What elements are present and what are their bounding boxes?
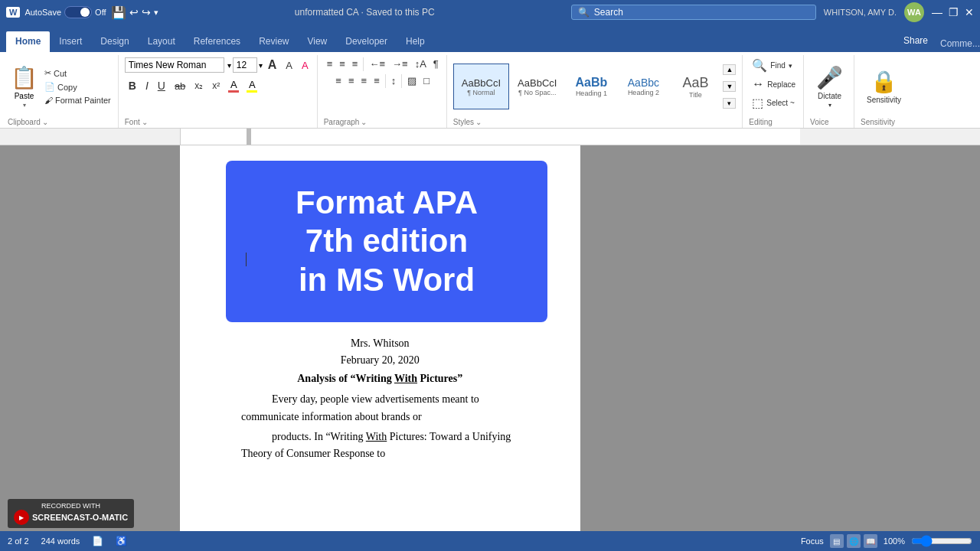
search-box[interactable]: 🔍 Search <box>571 5 816 20</box>
view-read-button[interactable]: 📖 <box>864 534 877 548</box>
numbered-button[interactable]: ≡ <box>336 57 348 71</box>
align-center-button[interactable]: ≡ <box>345 73 358 88</box>
style-heading2-preview: AaBbc <box>628 77 659 89</box>
font-shrink-button[interactable]: A <box>282 58 296 73</box>
tab-review[interactable]: Review <box>250 31 298 52</box>
autosave-toggle[interactable] <box>64 6 92 18</box>
style-heading1[interactable]: AaBb Heading 1 <box>565 64 617 109</box>
font-expand-icon: ⌄ <box>142 118 148 126</box>
tab-view[interactable]: View <box>298 31 336 52</box>
tab-developer[interactable]: Developer <box>336 31 397 52</box>
format-painter-button[interactable]: 🖌 Format Painter <box>42 94 113 106</box>
underline-button[interactable]: U <box>154 78 169 93</box>
tab-home[interactable]: Home <box>6 31 50 52</box>
justify-button[interactable]: ≡ <box>371 73 383 88</box>
styles-scroll-down[interactable]: ▼ <box>723 81 736 92</box>
tab-layout[interactable]: Layout <box>139 31 185 52</box>
comments-button[interactable]: Comme... <box>940 38 980 49</box>
font-size-group: ▾ A A A <box>233 57 312 73</box>
document-area[interactable]: Format APA7th editionin MS Word Mrs. Whi… <box>180 145 580 531</box>
voice-group-label[interactable]: Voice <box>810 118 849 128</box>
bold-button[interactable]: B <box>125 78 140 93</box>
ribbon-group-font: ▾ ▾ A A A B I U ab x₂ x² A <box>120 55 318 128</box>
dictate-button[interactable]: 🎤 Dictate ▾ <box>810 62 849 112</box>
styles-scroll-up[interactable]: ▲ <box>723 64 736 75</box>
undo-redo-group: 💾 ↩ ↪ ▾ <box>111 5 158 20</box>
shading-button[interactable]: ▨ <box>404 73 420 88</box>
file-name: unformatted CA · Saved to this PC <box>295 7 435 18</box>
paragraph-group-label[interactable]: Paragraph ⌄ <box>324 118 442 128</box>
clear-format-button[interactable]: A <box>298 58 312 73</box>
tab-references[interactable]: References <box>185 31 250 52</box>
tab-design[interactable]: Design <box>91 31 138 52</box>
text-color-button[interactable]: A <box>225 77 242 94</box>
style-no-space[interactable]: AaBbCcI ¶ No Spac... <box>509 64 565 109</box>
font-grow-button[interactable]: A <box>264 57 281 73</box>
font-name-arrow[interactable]: ▾ <box>227 61 231 70</box>
undo-button[interactable]: ↩ <box>129 6 139 18</box>
sort-button[interactable]: ↕A <box>412 57 430 71</box>
bullets-button[interactable]: ≡ <box>324 57 336 71</box>
copy-button[interactable]: 📄 Copy <box>42 80 113 93</box>
watermark-line2: SCREENCAST-O-MATIC <box>32 513 128 522</box>
cut-label: Cut <box>54 69 67 78</box>
close-button[interactable]: ✕ <box>965 6 974 18</box>
clipboard-group-label[interactable]: Clipboard ⌄ <box>8 118 113 128</box>
italic-button[interactable]: I <box>142 78 152 93</box>
view-print-button[interactable]: ▤ <box>830 534 844 548</box>
borders-button[interactable]: □ <box>420 73 433 88</box>
style-title[interactable]: AaB Title <box>669 64 721 109</box>
decrease-indent-button[interactable]: ←≡ <box>366 57 388 71</box>
font-group-label[interactable]: Font ⌄ <box>125 118 312 128</box>
font-name-input[interactable] <box>125 57 224 73</box>
align-left-button[interactable]: ≡ <box>332 73 345 88</box>
styles-more[interactable]: ▾ <box>723 98 736 109</box>
superscript-button[interactable]: x² <box>208 79 224 93</box>
find-button[interactable]: 🔍 Find ▾ <box>749 57 795 74</box>
ruler-indent-marker[interactable] <box>247 129 251 145</box>
zoom-slider[interactable] <box>911 535 972 547</box>
styles-content: AaBbCcI ¶ Normal AaBbCcI ¶ No Spac... Aa… <box>453 55 738 118</box>
tab-insert[interactable]: Insert <box>50 31 91 52</box>
zoom-level[interactable]: 100% <box>884 536 905 546</box>
paste-button[interactable]: 📋 Paste ▾ <box>8 64 41 110</box>
styles-group-label[interactable]: Styles ⌄ <box>453 118 738 128</box>
user-avatar[interactable]: WA <box>904 2 924 22</box>
restore-button[interactable]: ❐ <box>949 6 959 18</box>
customize-button[interactable]: ▾ <box>154 8 158 18</box>
save-button[interactable]: 💾 <box>111 5 126 20</box>
select-button[interactable]: ⬚ Select ~ <box>749 94 797 112</box>
redo-button[interactable]: ↪ <box>142 6 151 18</box>
view-web-button[interactable]: 🌐 <box>847 534 861 548</box>
tab-help[interactable]: Help <box>397 31 434 52</box>
sensitivity-group-label[interactable]: Sensitivity <box>861 118 907 128</box>
multilevel-button[interactable]: ≡ <box>349 57 361 71</box>
minimize-button[interactable]: — <box>932 6 942 18</box>
align-right-button[interactable]: ≡ <box>358 73 371 88</box>
editing-group-label[interactable]: Editing <box>749 118 799 128</box>
style-heading2[interactable]: AaBbc Heading 2 <box>617 64 669 109</box>
focus-label[interactable]: Focus <box>801 536 824 546</box>
ruler-content[interactable] <box>180 129 800 145</box>
style-normal[interactable]: AaBbCcI ¶ Normal <box>453 64 509 109</box>
title-block-wrapper: Format APA7th editionin MS Word <box>180 145 580 337</box>
right-margin <box>580 145 981 531</box>
paste-icon: 📋 <box>11 65 38 90</box>
replace-button[interactable]: ↔ Replace <box>749 76 799 93</box>
share-button[interactable]: Share <box>896 32 936 49</box>
page-info: 2 of 2 <box>8 536 29 546</box>
replace-icon: ↔ <box>752 77 764 91</box>
subscript-button[interactable]: x₂ <box>191 79 207 93</box>
strikethrough-button[interactable]: ab <box>171 79 189 93</box>
show-hide-button[interactable]: ¶ <box>430 57 442 71</box>
autosave-section[interactable]: AutoSave Off <box>24 6 106 18</box>
line-spacing-button[interactable]: ↕ <box>388 73 400 88</box>
font-size-arrow[interactable]: ▾ <box>259 61 263 70</box>
highlight-button[interactable]: A <box>243 77 260 94</box>
font-size-input[interactable] <box>233 57 257 73</box>
highlight-bar <box>247 90 257 93</box>
left-margin <box>0 145 180 531</box>
cut-button[interactable]: ✂ Cut <box>42 67 113 80</box>
increase-indent-button[interactable]: →≡ <box>389 57 411 71</box>
sensitivity-button[interactable]: 🔒 Sensitivity <box>861 66 907 107</box>
